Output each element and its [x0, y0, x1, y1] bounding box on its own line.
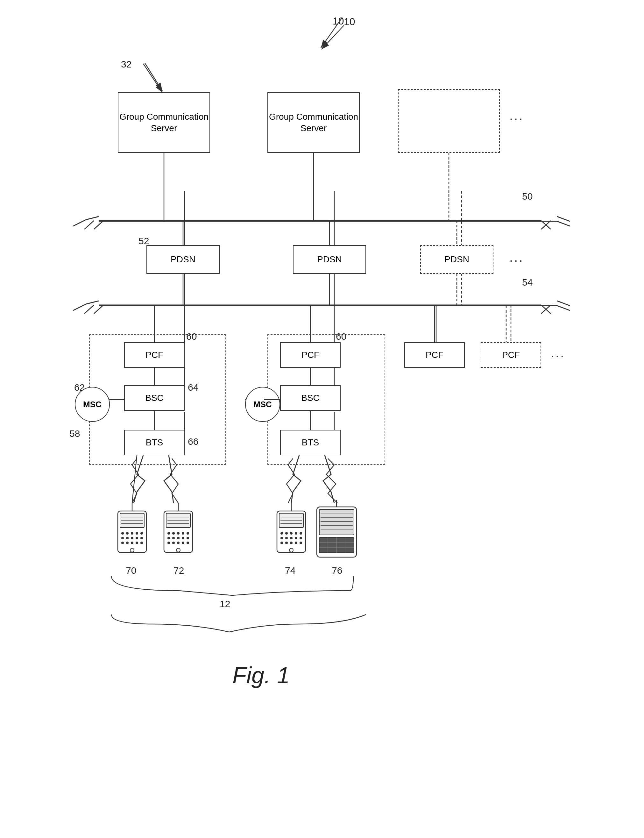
svg-point-104 [177, 542, 179, 544]
msc2-circle: MSC [245, 387, 280, 422]
pdsn3-box: PDSN [420, 245, 493, 274]
diagram: 10 Group Communication Server Group Comm… [0, 0, 644, 838]
svg-line-19 [557, 301, 570, 306]
svg-point-96 [187, 532, 189, 534]
svg-point-83 [136, 542, 138, 544]
svg-line-52 [541, 305, 551, 314]
svg-point-98 [172, 537, 175, 539]
svg-point-79 [140, 537, 143, 539]
svg-point-120 [285, 537, 288, 539]
gcs1-box: Group Communication Server [118, 92, 210, 153]
gcs1-label: Group Communication Server [118, 111, 209, 134]
svg-point-92 [168, 532, 170, 534]
svg-point-74 [140, 532, 143, 534]
svg-point-70 [121, 532, 124, 534]
label-58: 58 [69, 428, 80, 439]
svg-point-101 [187, 537, 189, 539]
device-76 [314, 500, 360, 560]
svg-line-7 [557, 221, 570, 226]
svg-point-123 [299, 537, 302, 539]
pcf4-box: PCF [481, 342, 541, 368]
svg-point-126 [290, 542, 292, 544]
svg-point-118 [299, 532, 302, 534]
pcf1-box: PCF [124, 342, 185, 368]
svg-point-127 [295, 542, 297, 544]
device-70 [113, 503, 151, 560]
pcf2-label: PCF [301, 349, 319, 361]
svg-point-95 [182, 532, 184, 534]
svg-point-103 [172, 542, 175, 544]
svg-point-100 [182, 537, 184, 539]
label-10: 10 [333, 15, 344, 27]
svg-point-78 [136, 537, 138, 539]
svg-line-42 [541, 221, 551, 229]
svg-line-3 [143, 64, 163, 92]
svg-line-4 [73, 220, 86, 226]
msc2-label: MSC [253, 399, 272, 409]
svg-point-81 [126, 542, 129, 544]
pcf3-box: PCF [404, 342, 465, 368]
svg-point-114 [281, 532, 283, 534]
label-54: 54 [522, 277, 532, 288]
bsc1-box: BSC [124, 385, 185, 411]
svg-point-82 [131, 542, 133, 544]
svg-point-84 [140, 542, 143, 544]
label-66: 66 [188, 436, 198, 447]
svg-point-125 [285, 542, 288, 544]
svg-point-75 [121, 537, 124, 539]
svg-line-16 [86, 301, 99, 304]
svg-line-50 [94, 305, 104, 314]
label-64: 64 [188, 382, 198, 393]
device-72 [159, 503, 197, 560]
svg-point-93 [172, 532, 175, 534]
svg-line-53 [541, 305, 551, 314]
svg-line-2 [322, 25, 344, 49]
svg-line-39 [94, 221, 104, 229]
label-32: 32 [121, 59, 131, 70]
svg-line-8 [557, 217, 570, 221]
pdsn3-label: PDSN [444, 254, 469, 265]
svg-point-121 [290, 537, 292, 539]
pcf4-label: PCF [502, 349, 520, 361]
dots-pdsn: ··· [509, 253, 524, 268]
bsc1-label: BSC [145, 392, 164, 404]
pdsn2-label: PDSN [317, 254, 342, 265]
label-60a: 60 [186, 331, 197, 342]
svg-rect-132 [319, 509, 354, 535]
label-50: 50 [522, 191, 532, 202]
svg-point-122 [295, 537, 297, 539]
svg-point-116 [290, 532, 292, 534]
device-74 [272, 503, 310, 560]
bts2-label: BTS [302, 437, 319, 448]
bts2-box: BTS [280, 430, 341, 455]
bsc2-label: BSC [301, 392, 320, 404]
svg-line-18 [557, 306, 570, 311]
svg-line-41 [541, 221, 551, 229]
pdsn1-label: PDSN [171, 254, 196, 265]
dots-gcs: ··· [509, 112, 524, 126]
svg-point-115 [285, 532, 288, 534]
svg-point-107 [176, 548, 180, 552]
label-60b: 60 [336, 331, 347, 342]
svg-point-117 [295, 532, 297, 534]
svg-point-119 [281, 537, 283, 539]
brace-group [105, 573, 360, 598]
svg-point-124 [281, 542, 283, 544]
svg-point-99 [177, 537, 179, 539]
pcf2-box: PCF [280, 342, 341, 368]
svg-point-80 [121, 542, 124, 544]
svg-point-102 [168, 542, 170, 544]
svg-point-77 [131, 537, 133, 539]
svg-point-85 [130, 548, 134, 552]
fig-label: Fig. 1 [232, 662, 290, 688]
bsc2-box: BSC [280, 385, 341, 411]
ref-10: 10 [344, 16, 355, 28]
svg-point-129 [289, 548, 293, 552]
gcs3-box [398, 89, 500, 153]
label-52: 52 [138, 236, 149, 246]
svg-point-73 [136, 532, 138, 534]
svg-point-72 [131, 532, 133, 534]
svg-point-106 [187, 542, 189, 544]
svg-point-76 [126, 537, 129, 539]
msc1-label: MSC [83, 399, 102, 409]
